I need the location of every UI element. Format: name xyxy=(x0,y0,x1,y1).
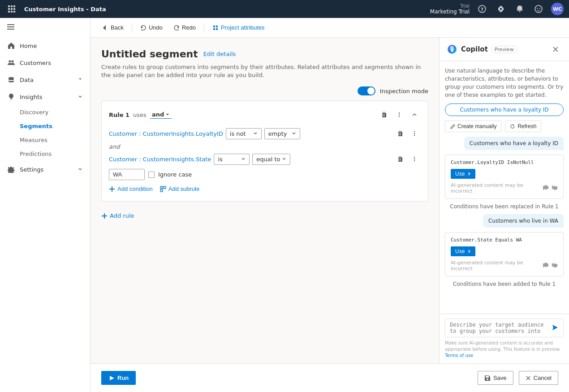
svg-rect-24 xyxy=(216,28,218,30)
undo-button[interactable]: Undo xyxy=(136,22,167,33)
sidebar-item-home-label: Home xyxy=(20,43,37,49)
back-button[interactable]: Back xyxy=(98,22,128,33)
inspection-mode-toggle[interactable] xyxy=(358,86,375,95)
sidebar-item-data[interactable]: Data xyxy=(0,71,90,88)
use-button-2[interactable]: Use xyxy=(451,246,475,256)
svg-rect-5 xyxy=(13,8,15,10)
condition-2-field: Customer : CustomerInsights.State xyxy=(109,156,211,163)
condition-2-more-button[interactable] xyxy=(408,153,421,165)
svg-point-32 xyxy=(414,159,415,159)
page-content: Untitled segment Edit details Create rul… xyxy=(91,38,439,363)
sidebar: Home Customers Data Insights xyxy=(0,18,91,392)
condition-1-actions xyxy=(394,127,421,140)
rule-delete-button[interactable] xyxy=(378,108,390,121)
svg-point-29 xyxy=(414,133,415,134)
rule-actions xyxy=(378,108,421,121)
copilot-input[interactable] xyxy=(450,322,549,334)
sidebar-item-segments[interactable]: Segments xyxy=(20,119,90,133)
trial-info: Trial Marketing Trial xyxy=(430,4,470,15)
people-icon xyxy=(7,59,15,67)
insights-chevron-icon xyxy=(78,94,83,100)
condition-2-operator[interactable]: is xyxy=(214,154,250,165)
condition-1-delete-button[interactable] xyxy=(394,127,406,140)
project-attributes-button[interactable]: Project attributes xyxy=(208,22,269,33)
svg-rect-0 xyxy=(8,5,10,7)
edit-details-link[interactable]: Edit details xyxy=(203,51,236,57)
toolbar: Back Undo Redo Project attributes xyxy=(91,18,569,38)
refresh-button[interactable]: Refresh xyxy=(505,121,541,132)
sidebar-item-settings[interactable]: Settings xyxy=(0,161,90,178)
svg-point-19 xyxy=(9,77,14,79)
add-rule-row[interactable]: Add rule xyxy=(101,209,428,223)
condition-2-actions xyxy=(394,153,421,165)
svg-rect-35 xyxy=(164,186,166,189)
add-condition-button[interactable]: Add condition xyxy=(109,184,153,194)
svg-rect-1 xyxy=(11,5,13,7)
redo-button[interactable]: Redo xyxy=(169,22,200,33)
condition-2-value[interactable]: equal to xyxy=(252,154,290,165)
rule-more-button[interactable] xyxy=(393,108,405,121)
copilot-send-button[interactable] xyxy=(552,324,559,332)
svg-point-18 xyxy=(12,60,14,63)
svg-rect-4 xyxy=(11,8,13,10)
svg-point-11 xyxy=(535,5,542,13)
settings-nav-icon xyxy=(7,165,15,173)
create-manually-button[interactable]: Create manually xyxy=(445,121,501,132)
svg-point-17 xyxy=(9,60,11,63)
rule-collapse-button[interactable] xyxy=(408,108,421,121)
svg-point-26 xyxy=(399,114,400,115)
sidebar-item-insights-label: Insights xyxy=(20,94,43,100)
sidebar-item-home[interactable]: Home xyxy=(0,37,90,54)
cancel-button[interactable]: Cancel xyxy=(519,371,558,385)
copilot-suggestion-pill[interactable]: Customers who have a loyalty ID xyxy=(445,103,564,116)
thumbs-down-icon-1[interactable] xyxy=(552,185,558,192)
sidebar-item-measures[interactable]: Measures xyxy=(20,133,90,147)
state-value-input[interactable] xyxy=(109,169,145,180)
topbar-right: Trial Marketing Trial ? WC xyxy=(430,3,564,15)
svg-rect-21 xyxy=(213,26,215,27)
run-button[interactable]: Run xyxy=(101,371,136,385)
top-bar: Customer Insights - Data Trial Marketing… xyxy=(0,0,569,18)
sidebar-item-insights[interactable]: Insights xyxy=(0,88,90,105)
ignore-case-checkbox[interactable] xyxy=(148,172,155,178)
help-icon[interactable]: ? xyxy=(476,3,488,15)
use-button-1[interactable]: Use xyxy=(451,169,475,179)
grid-menu-button[interactable] xyxy=(5,3,18,15)
bulb-icon xyxy=(7,93,15,101)
database-icon xyxy=(7,76,15,84)
notification-icon[interactable] xyxy=(513,3,526,15)
rule-logic-dropdown[interactable]: and xyxy=(150,111,172,119)
copilot-close-button[interactable] xyxy=(549,43,562,56)
home-icon xyxy=(7,42,15,50)
terms-of-use-link[interactable]: Terms of use xyxy=(445,353,473,358)
sidebar-item-discovery[interactable]: Discovery xyxy=(20,105,90,119)
thumbs-down-icon-2[interactable] xyxy=(552,262,558,270)
condition-1-more-button[interactable] xyxy=(408,127,421,140)
thumbs-up-icon-2[interactable] xyxy=(543,262,549,270)
thumbs-up-icon-1[interactable] xyxy=(543,185,549,192)
copilot-response-card-1: Customer.LoyaltyID IsNotNull Use AI-gene… xyxy=(445,155,564,199)
sidebar-toggle[interactable] xyxy=(0,18,90,37)
ai-disclaimer-2: AI-generated content may be incorrect xyxy=(451,260,558,271)
copilot-response-1-code: Customer.LoyaltyID IsNotNull xyxy=(451,159,558,165)
user-avatar[interactable]: WC xyxy=(551,3,564,15)
svg-rect-36 xyxy=(160,190,163,192)
svg-point-12 xyxy=(537,8,538,9)
condition-row-1: Customer : CustomerInsights.LoyaltyID is… xyxy=(109,127,421,140)
svg-rect-16 xyxy=(7,29,14,30)
emoji-icon[interactable] xyxy=(532,3,545,15)
save-button[interactable]: Save xyxy=(478,371,513,385)
sidebar-item-customers[interactable]: Customers xyxy=(0,54,90,71)
condition-1-operator[interactable]: is not xyxy=(226,128,262,139)
sidebar-item-predictions[interactable]: Predictions xyxy=(20,147,90,161)
condition-1-value[interactable]: empty xyxy=(264,128,300,139)
condition-2-delete-button[interactable] xyxy=(394,153,406,165)
sidebar-item-settings-label: Settings xyxy=(20,166,43,173)
svg-rect-2 xyxy=(13,5,15,7)
copilot-actions-row: Create manually Refresh xyxy=(445,121,564,132)
settings-chevron-icon xyxy=(78,166,83,173)
svg-rect-34 xyxy=(160,186,163,189)
add-subrule-button[interactable]: Add subrule xyxy=(160,184,199,194)
settings-icon[interactable] xyxy=(495,3,507,15)
and-label: and xyxy=(109,143,421,150)
